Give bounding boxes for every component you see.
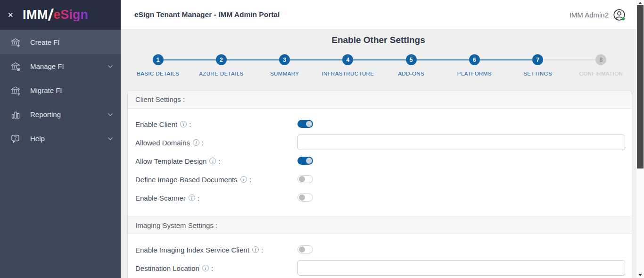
app-logo: IMM / eSign (23, 7, 88, 24)
step-label: INFRASTRUCTURE (322, 71, 374, 76)
main-content: Enable Other Settings 1 BASIC DETAILS 2 … (121, 30, 636, 278)
info-icon[interactable]: i (180, 121, 187, 127)
sidebar-item-migrate-fi[interactable]: Migrate FI (0, 78, 121, 102)
sidebar-nav: Create FI Manage FI (0, 30, 121, 151)
toggle-knob (306, 121, 312, 127)
step-settings[interactable]: 7 SETTINGS (506, 52, 570, 76)
toggle-knob (299, 176, 305, 182)
step-number: 1 (153, 54, 164, 65)
sidebar-item-label: Reporting (30, 110, 107, 118)
step-platforms[interactable]: 6 PLATFORMS (443, 52, 506, 76)
step-basic-details[interactable]: 1 BASIC DETAILS (126, 52, 190, 76)
chevron-down-icon (107, 113, 113, 117)
svg-text:?: ? (14, 135, 17, 141)
user-name: IMM Admin2 (570, 11, 609, 19)
bank-arrow-icon (10, 85, 21, 96)
sidebar-item-manage-fi[interactable]: Manage FI (0, 54, 121, 78)
field-label-allow-template-design: Allow Template Design i : (135, 155, 221, 167)
logo-imm-text: IMM (23, 8, 48, 21)
step-add-ons[interactable]: 5 ADD-ONS (380, 52, 443, 76)
step-label: ADD-ONS (398, 71, 424, 76)
step-summary[interactable]: 3 SUMMARY (253, 52, 316, 76)
scroll-up-icon[interactable] (638, 2, 642, 4)
step-infrastructure[interactable]: 4 INFRASTRUCTURE (316, 52, 380, 76)
section-header-imaging-system-settings: Imaging System Settings : (128, 217, 632, 234)
step-number: 7 (532, 54, 543, 65)
sidebar-item-reporting[interactable]: Reporting (0, 102, 121, 126)
chevron-down-icon (107, 137, 113, 141)
step-label: SUMMARY (270, 71, 299, 76)
sidebar: ✕ IMM / eSign Create FI (0, 0, 121, 278)
wizard-stepper: 1 BASIC DETAILS 2 AZURE DETAILS 3 SUMMAR… (126, 52, 633, 82)
toggle-knob (299, 246, 305, 253)
user-avatar-icon[interactable] (613, 8, 626, 21)
app-title: eSign Tenant Manager - IMM Admin Portal (134, 0, 280, 29)
section-header-client-settings: Client Settings : (128, 91, 632, 109)
scroll-down-icon[interactable] (638, 274, 642, 276)
step-azure-details[interactable]: 2 AZURE DETAILS (190, 52, 253, 76)
toggle-knob (306, 158, 312, 164)
sidebar-logo-block: ✕ IMM / eSign (0, 0, 121, 30)
logo-esign-text: eSign (53, 8, 88, 21)
step-label: BASIC DETAILS (137, 71, 179, 76)
online-status-dot (622, 17, 625, 20)
bank-gear-icon (10, 61, 21, 72)
step-number: 8 (595, 54, 606, 65)
sidebar-item-help[interactable]: ? Help (0, 126, 121, 151)
sidebar-item-label: Manage FI (30, 62, 107, 70)
destination-location-input[interactable] (297, 260, 625, 276)
field-label-define-image-based-documents: Define Image-Based Documents i : (135, 174, 251, 185)
step-label: SETTINGS (523, 71, 552, 76)
enable-client-toggle[interactable] (297, 120, 313, 128)
close-sidebar-icon[interactable]: ✕ (8, 11, 20, 19)
allowed-domains-input[interactable] (297, 135, 625, 150)
field-label-allowed-domains: Allowed Domains i : (135, 137, 204, 148)
field-label-enable-imaging-index-service-client: Enable Imaging Index Service Client i : (135, 244, 263, 255)
sidebar-item-label: Create FI (30, 38, 113, 46)
sidebar-item-label: Migrate FI (30, 86, 113, 94)
info-icon[interactable]: i (252, 246, 259, 253)
step-number: 5 (406, 54, 417, 65)
field-label-destination-location: Destination Location i : (135, 262, 213, 274)
info-icon[interactable]: i (189, 194, 195, 201)
step-number: 2 (216, 54, 227, 65)
step-number: 3 (279, 54, 290, 65)
page-title: Enable Other Settings (121, 35, 636, 45)
step-number: 4 (342, 54, 353, 65)
info-icon[interactable]: i (193, 139, 199, 146)
step-label: PLATFORMS (457, 71, 492, 76)
define-image-based-documents-toggle[interactable] (297, 175, 313, 183)
info-icon[interactable]: i (240, 176, 247, 183)
help-bubble-icon: ? (10, 134, 21, 144)
settings-card: Client Settings : Enable Client i : Allo… (127, 91, 632, 278)
field-label-enable-client: Enable Client i : (135, 118, 191, 130)
step-label: AZURE DETAILS (199, 71, 243, 76)
sidebar-item-label: Help (30, 135, 107, 143)
enable-imaging-index-service-client-toggle[interactable] (297, 245, 313, 253)
chevron-down-icon (107, 65, 113, 68)
user-menu[interactable]: IMM Admin2 (570, 0, 626, 29)
info-icon[interactable]: i (209, 158, 216, 164)
topbar: eSign Tenant Manager - IMM Admin Portal … (121, 0, 636, 30)
bank-plus-icon (10, 37, 21, 48)
allow-template-design-toggle[interactable] (297, 157, 313, 165)
step-confirmation[interactable]: 8 CONFIRMATION (570, 52, 633, 76)
bar-chart-icon (10, 110, 21, 120)
vertical-scrollbar[interactable] (636, 0, 644, 278)
sidebar-item-create-fi[interactable]: Create FI (0, 30, 121, 54)
step-label: CONFIRMATION (579, 71, 623, 76)
info-icon[interactable]: i (202, 265, 209, 271)
field-label-enable-scanner: Enable Scanner i : (135, 192, 199, 203)
toggle-knob (299, 194, 305, 201)
enable-scanner-toggle[interactable] (297, 194, 313, 202)
scrollbar-thumb[interactable] (637, 5, 644, 168)
step-number: 6 (469, 54, 480, 65)
